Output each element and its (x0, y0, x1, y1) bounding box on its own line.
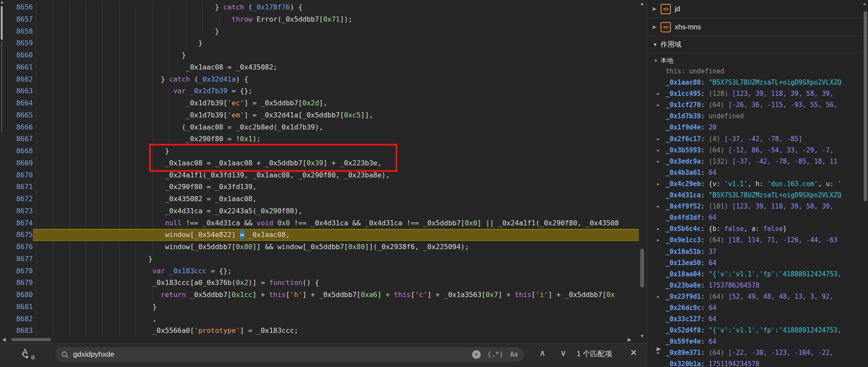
panel-scrollbar-thumb[interactable] (864, 11, 867, 201)
variable-row[interactable]: ▶_0x4f9f52: (101) [123, 39, 118, 39, 58,… (647, 201, 868, 212)
variable-row[interactable]: _0x13ea50: 64 (647, 257, 868, 269)
variable-row[interactable]: _0x10a51b: 37 (647, 246, 868, 257)
chevron-right-icon[interactable]: ▶ (657, 99, 659, 111)
chevron-right-icon[interactable]: ▶ (657, 234, 659, 246)
code-line-8681[interactable]: 8681 } (0, 301, 639, 313)
horizontal-scrollbar[interactable]: ◀ ▶ (0, 336, 639, 343)
line-number[interactable]: 8665 (0, 109, 33, 121)
variable-row[interactable]: _0x52d4f8: "{'v':'v1.1','fp':'4188891242… (647, 325, 868, 336)
code-line-8662[interactable]: 8662 } catch (_0x32d41a) { (0, 73, 639, 85)
code-line-8671[interactable]: 8671 _0x290f80 = _0x3fd139, (0, 181, 639, 193)
chevron-right-icon[interactable]: ▶ (653, 24, 661, 30)
code-line-8673[interactable]: 8673 _0x4d31ca = _0x2243a5(_0x290f80), (0, 205, 639, 217)
chevron-right-icon[interactable]: ▶ (657, 133, 659, 145)
code-line-8679[interactable]: 8679 _0x183ccc[a0_0x376b(0x2)] = functio… (0, 277, 639, 289)
variable-row[interactable]: ▶_0x9e1cc3: (64) [18, 114, 71, -126, -44… (647, 234, 868, 246)
variable-row[interactable]: _0x26dc9c: 64 (647, 302, 868, 313)
line-number[interactable]: 8672 (0, 193, 33, 205)
code-line-8675[interactable]: 8675 window[_0x54e822] = _0x1aac08, (0, 229, 639, 241)
variable-row[interactable]: ▶_0x1cf270: (64) [-26, 36, -115, -93, 55… (647, 99, 868, 111)
regex-toggle-button[interactable]: (.*) (488, 351, 503, 358)
scroll-down-icon[interactable]: ▼ (640, 333, 645, 339)
code-line-8660[interactable]: 8660 } (0, 49, 639, 61)
code-line-8667[interactable]: 8667 _0x290f80 = !0x1); (0, 133, 639, 145)
chevron-right-icon[interactable]: ▶ (653, 6, 661, 12)
search-input[interactable]: gdxidpyhxde × (.*) Aa (55, 347, 524, 362)
vertical-scrollbar[interactable]: ▲ ▼ (639, 0, 647, 343)
variable-row[interactable]: ▶_0x4c29eb: {v: 'v1.1', h: 'dun.163.com'… (647, 178, 868, 190)
code-line-8670[interactable]: 8670 _0x24a1f1(_0x3fd139, _0x1aac08, _0x… (0, 169, 639, 181)
scroll-up-icon[interactable]: ▲ (862, 1, 867, 6)
chevron-down-icon[interactable]: ▼ (653, 42, 661, 47)
variable-row[interactable]: _0x4fd3df: 64 (647, 212, 868, 223)
scope-section-header[interactable]: ▼ 作用域 (647, 36, 868, 53)
chevron-right-icon[interactable]: ▶ (657, 178, 659, 190)
code-line-8683[interactable]: 8683 _0x5566a0['prototype'] = _0x183ccc; (0, 325, 639, 337)
chevron-right-icon[interactable]: ▶ (657, 201, 659, 212)
code-line-8664[interactable]: 8664 _0x1d7b39['ec'] = _0x5ddbb7[0x2d], (0, 97, 639, 109)
line-number[interactable]: 8660 (0, 49, 33, 61)
variable-row[interactable]: _0x320b1a: 1751194234578 (647, 358, 868, 367)
line-number[interactable]: 8669 (0, 157, 33, 169)
chevron-right-icon[interactable]: ▶ (657, 88, 659, 99)
line-number[interactable]: 8677 (0, 253, 33, 265)
line-number[interactable]: 8666 (0, 121, 33, 133)
line-number[interactable]: 8678 (0, 265, 33, 277)
chevron-down-icon[interactable]: ▼ (654, 58, 661, 63)
line-number[interactable]: 8673 (0, 205, 33, 217)
variable-row[interactable]: _0x4d31ca: "B5X7S3L78UZMzsaTL+oigD9SXpo2… (647, 190, 868, 201)
chevron-right-icon[interactable]: ▶ (657, 145, 659, 156)
clear-search-button[interactable]: × (472, 350, 481, 359)
line-number[interactable]: 8682 (0, 313, 33, 325)
line-number[interactable]: 8683 (0, 325, 33, 337)
sidebar-group-jd[interactable]: ▶ <> jd (647, 0, 868, 18)
variable-row[interactable]: _0x1aac08: "B5X7S3L78UZMzsaTL+oigD9SXpo2… (647, 77, 868, 88)
sidebar-group-xhs-mns[interactable]: ▶ <> xhs-mns (647, 18, 868, 36)
horizontal-scrollbar-thumb[interactable] (11, 338, 51, 341)
scroll-right-icon[interactable]: ▶ (628, 337, 631, 342)
chevron-right-icon[interactable]: ▶ (657, 291, 659, 302)
line-number[interactable]: 8659 (0, 37, 33, 49)
variable-row[interactable]: _0x1f9d4e: 20 (647, 122, 868, 133)
line-number[interactable]: 8664 (0, 97, 33, 109)
vertical-scrollbar-thumb[interactable] (640, 249, 644, 288)
left-scrollbar[interactable]: ▲ (0, 0, 4, 341)
code-line-8678[interactable]: 8678 var _0x183ccc = {}; (0, 265, 639, 277)
variable-row[interactable]: ▶_0x5b6c4c: {b: false, a: false} (647, 223, 868, 234)
code-line-8656[interactable]: 8656 } catch (_0x178f76) { (0, 1, 639, 13)
code-line-8674[interactable]: 8674 null !== _0x4d31ca && void 0x0 !== … (0, 217, 639, 229)
code-line-8680[interactable]: 8680 return _0x5ddbb7[0x1cc] + this['h']… (0, 289, 639, 301)
line-number[interactable]: 8663 (0, 85, 33, 97)
line-number[interactable]: 8656 (0, 1, 33, 13)
code-line-8659[interactable]: 8659 } (0, 37, 639, 49)
code-line-8672[interactable]: 8672 _0x435082 = _0x1aac08, (0, 193, 639, 205)
line-number[interactable]: 8667 (0, 133, 33, 145)
line-number[interactable]: 8661 (0, 61, 33, 73)
code-line-8669[interactable]: 8669 _0x1aac08 = _0x1aac08 + _0x5ddbb7[0… (0, 157, 639, 169)
line-number[interactable]: 8674 (0, 217, 33, 229)
variable-row[interactable]: _0x59fe4e: 64 (647, 336, 868, 347)
variable-row[interactable]: _0x4b3a61: 64 (647, 167, 868, 178)
line-number[interactable]: 8668 (0, 145, 33, 157)
line-number[interactable]: 8671 (0, 181, 33, 193)
variable-row[interactable]: ▶_0x89e371: (64) [-22, -30, -123, -104, … (647, 347, 868, 358)
variable-row[interactable]: ▶_0x23f9d1: (64) [52, 49, 48, 48, 13, 3,… (647, 291, 868, 302)
scroll-right-icon[interactable]: ▶ (657, 345, 661, 352)
code-line-8682[interactable]: 8682 , (0, 313, 639, 325)
line-number[interactable]: 8670 (0, 169, 33, 181)
scroll-left-icon[interactable]: ◀ (2, 337, 6, 342)
variable-row[interactable]: ▶_0x1cc495: (128) [123, 39, 118, 39, 58,… (647, 88, 868, 99)
left-scrollbar-thumb[interactable] (1, 6, 3, 40)
chevron-right-icon[interactable]: ▶ (657, 156, 659, 167)
code-line-8657[interactable]: 8657 throw Error(_0x5ddbb7[0x71]); (0, 13, 639, 25)
variable-row[interactable]: _0x18aa04: "{'v':'v1.1','fp':'4188891242… (647, 269, 868, 280)
line-number[interactable]: 8676 (0, 241, 33, 253)
variable-row[interactable]: _0x23ba8e: 1753786264578 (647, 280, 868, 291)
code-line-8666[interactable]: 8666 (_0x1aac08 = _0xc2b8ed(_0x1d7b39), (0, 121, 639, 133)
chevron-right-icon[interactable]: ▶ (657, 223, 659, 234)
code-line-8661[interactable]: 8661 _0x1aac08 = _0x435082; (0, 61, 639, 73)
code-line-8668[interactable]: 8668 } (0, 145, 639, 157)
code-line-8658[interactable]: 8658 } (0, 25, 639, 38)
code-line-8677[interactable]: 8677 } (0, 253, 639, 265)
code-line-8665[interactable]: 8665 _0x1d7b39['em'] = _0x32d41a[_0x5ddb… (0, 109, 639, 121)
